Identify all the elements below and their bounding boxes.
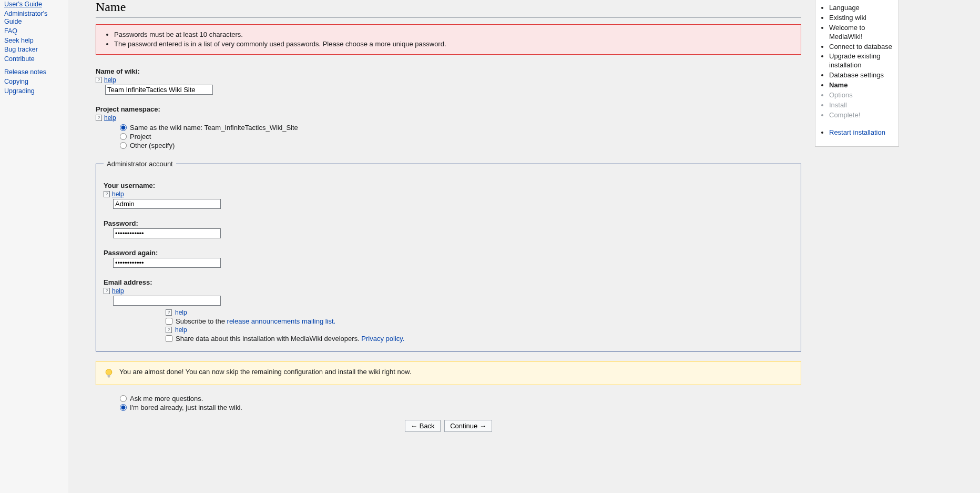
nav-faq[interactable]: FAQ [4, 27, 64, 36]
radio-more-questions[interactable] [120, 395, 127, 402]
error-line-1: Passwords must be at least 10 characters… [114, 30, 795, 39]
step-name: Name [829, 81, 895, 90]
admin-fieldset: Administrator account Your username: ? h… [96, 160, 801, 351]
help-toggle-icon[interactable]: ? [166, 309, 172, 316]
ns-other-label: Other (specify) [130, 142, 175, 149]
help-toggle-icon[interactable]: ? [96, 115, 102, 121]
help-link-project-ns[interactable]: help [104, 114, 116, 122]
step-db-settings: Database settings [829, 71, 895, 81]
step-upgrade: Upgrade existing installation [829, 52, 895, 71]
nav-contribute[interactable]: Contribute [4, 55, 64, 64]
info-text: You are almost done! You can now skip th… [119, 368, 411, 376]
lightbulb-icon [104, 368, 114, 378]
step-install: Install [829, 100, 895, 110]
share-checkbox[interactable] [166, 335, 172, 342]
share-prefix: Share data about this installation with … [176, 335, 361, 343]
ns-radio-other[interactable] [120, 142, 127, 149]
step-complete: Complete! [829, 110, 895, 120]
subscribe-link[interactable]: release announcements mailing list. [227, 317, 336, 325]
svg-rect-2 [108, 377, 109, 378]
help-toggle-icon[interactable]: ? [166, 327, 172, 333]
nav-release-notes[interactable]: Release notes [4, 68, 64, 77]
password2-label: Password again: [104, 249, 793, 257]
password-input[interactable] [113, 228, 221, 238]
ns-radio-project[interactable] [120, 133, 127, 140]
help-toggle-icon[interactable]: ? [96, 77, 102, 83]
help-toggle-icon[interactable]: ? [104, 191, 110, 197]
ns-project-label: Project [130, 133, 151, 140]
help-link-wiki-name[interactable]: help [104, 76, 116, 84]
wiki-name-input[interactable] [105, 85, 213, 95]
help-link-username[interactable]: help [112, 190, 124, 198]
info-box: You are almost done! You can now skip th… [96, 361, 801, 385]
error-line-2: The password entered is in a list of ver… [114, 39, 795, 49]
bored-label: I'm bored already, just install the wiki… [130, 404, 242, 411]
steps-sidebar: Language Existing wiki Welcome to MediaW… [815, 0, 899, 147]
svg-point-0 [106, 369, 112, 376]
back-button[interactable]: ← Back [405, 420, 441, 432]
privacy-link[interactable]: Privacy policy. [361, 335, 404, 343]
email-label: Email address: [104, 278, 793, 286]
nav-upgrading[interactable]: Upgrading [4, 87, 64, 96]
step-connect: Connect to database [829, 42, 895, 52]
nav-users-guide[interactable]: User's Guide [4, 0, 64, 9]
main-content: Name Passwords must be at least 10 chara… [96, 0, 811, 493]
left-sidebar: User's Guide Administrator's Guide FAQ S… [0, 0, 68, 493]
nav-admin-guide[interactable]: Administrator's Guide [4, 9, 64, 27]
step-existing: Existing wiki [829, 13, 895, 23]
admin-legend: Administrator account [104, 160, 176, 168]
subscribe-prefix: Subscribe to the [176, 317, 227, 325]
help-link-subscribe[interactable]: help [175, 309, 187, 316]
step-language: Language [829, 3, 895, 13]
ns-same-label: Same as the wiki name: Team_InfiniteTact… [130, 124, 298, 132]
help-link-email[interactable]: help [112, 287, 124, 295]
step-welcome: Welcome to MediaWiki! [829, 23, 895, 42]
username-input[interactable] [113, 199, 221, 209]
restart-link[interactable]: Restart installation [829, 128, 885, 136]
step-options: Options [829, 90, 895, 100]
email-input[interactable] [113, 296, 221, 306]
nav-bug-tracker[interactable]: Bug tracker [4, 45, 64, 55]
error-box: Passwords must be at least 10 characters… [96, 24, 801, 55]
nav-copying[interactable]: Copying [4, 77, 64, 87]
project-ns-label: Project namespace: [96, 105, 801, 113]
nav-seek-help[interactable]: Seek help [4, 36, 64, 46]
wiki-name-label: Name of wiki: [96, 67, 801, 75]
subscribe-checkbox[interactable] [166, 318, 172, 325]
username-label: Your username: [104, 182, 793, 189]
svg-rect-1 [108, 375, 110, 377]
radio-bored[interactable] [120, 404, 127, 411]
page-title: Name [96, 0, 801, 18]
password-label: Password: [104, 219, 793, 227]
password2-input[interactable] [113, 258, 221, 268]
help-toggle-icon[interactable]: ? [104, 288, 110, 294]
continue-button[interactable]: Continue → [444, 420, 492, 432]
more-questions-label: Ask me more questions. [130, 395, 203, 403]
ns-radio-same[interactable] [120, 124, 127, 131]
help-link-share[interactable]: help [175, 326, 187, 334]
